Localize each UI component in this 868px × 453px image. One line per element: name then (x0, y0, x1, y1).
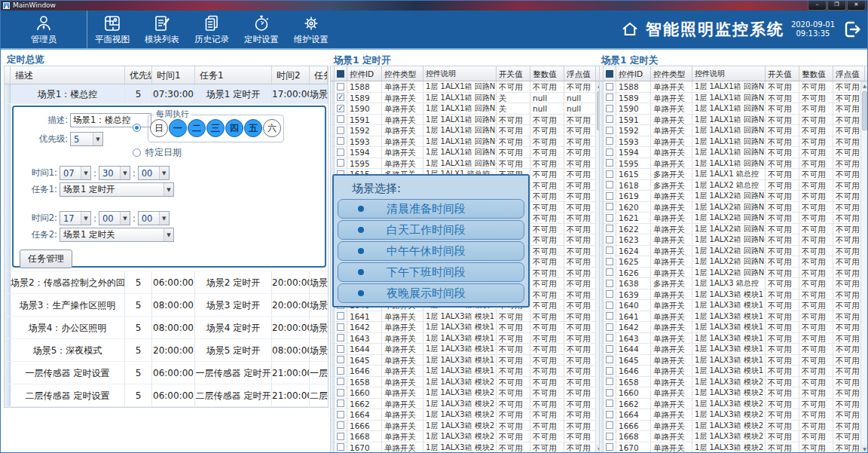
time1-minute-select[interactable]: 30▼ (99, 166, 130, 180)
grid-row[interactable]: 1621 单路开关 1层 1ALX2箱 回路N6 不可用 不可用 不可用 (600, 213, 868, 224)
grid-row[interactable]: 1589 单路开关 1层 1ALX1箱 回路N2 不可用 不可用 不可用 (600, 93, 868, 104)
row-checkbox[interactable] (606, 268, 613, 276)
row-checkbox[interactable] (606, 181, 613, 188)
grid-row[interactable]: 1623 单路开关 1层 1ALX2箱 回路N4 不可用 不可用 不可用 (600, 234, 868, 246)
grid-row[interactable]: 1594 单路开关 1层 1ALX1箱 回路N7 不可用 不可用 不可用 (331, 147, 603, 158)
timer-table-row[interactable]: 场景4：办公区照明 5 08:00:00 场景4 定时开 20:00:00 场景 (5, 317, 328, 339)
minimize-button[interactable]: – (808, 1, 827, 11)
row-checkbox[interactable] (337, 345, 344, 353)
maximize-button[interactable]: ❐ (827, 1, 846, 11)
row-checkbox[interactable] (337, 83, 344, 90)
grid-row[interactable]: 1668 单路开关 1层 1ALX3箱 模块2 回路N14 不可用 不可用 不可… (331, 431, 603, 442)
row-checkbox[interactable] (606, 389, 613, 396)
toolbar-item-history[interactable]: 历史记录 (187, 11, 237, 48)
grid-row[interactable]: 1626 单路开关 1层 1ALX2箱 回路N1 不可用 不可用 不可用 (600, 268, 868, 279)
toolbar-item-module-list[interactable]: 模块列表 (137, 11, 187, 48)
grid-row[interactable]: 1595 单路开关 1层 1ALX1箱 回路N8 不可用 不可用 不可用 (600, 158, 868, 170)
select-all-checkbox[interactable] (337, 70, 344, 78)
toolbar-item-maintenance-settings[interactable]: 维护设置 (286, 11, 336, 48)
grid-row[interactable]: 1644 单路开关 1层 1ALX3箱 模块1 回路N3 不可用 不可用 不可用 (600, 344, 868, 355)
time1-second-select[interactable]: 00▼ (138, 166, 170, 180)
grid-row[interactable]: 1662 单路开关 1层 1ALX3箱 模块2 回路N11 不可用 不可用 不可… (600, 399, 868, 410)
row-checkbox[interactable] (606, 443, 613, 451)
row-checkbox[interactable] (606, 323, 613, 331)
grid-row[interactable]: 1591 单路开关 1层 1ALX1箱 回路N4 不可用 不可用 不可用 (331, 115, 603, 126)
grid-row[interactable]: 1590 单路开关 1层 1ALX1箱 回路N3 关 null null (331, 103, 603, 115)
toolbar-item-timer-settings[interactable]: 定时设置 (237, 11, 286, 48)
scene-option-button[interactable]: 夜晚展示时间段 (338, 283, 524, 303)
scroll-down-arrow[interactable]: ▼ (861, 445, 868, 453)
grid-row[interactable]: 1644 单路开关 1层 1ALX3箱 模块1 回路N3 不可用 不可用 不可用 (331, 344, 603, 355)
grid-row[interactable]: 1664 单路开关 1层 1ALX3箱 模块2 回路N12 不可用 不可用 不可… (331, 409, 603, 421)
row-checkbox[interactable] (606, 203, 613, 210)
weekly-radio[interactable] (133, 124, 141, 132)
row-checkbox[interactable] (337, 127, 344, 134)
row-checkbox[interactable] (606, 137, 613, 145)
grid-row[interactable]: 1658 单路开关 1层 1ALX3箱 模块2 回路N9 不可用 不可用 不可用 (600, 377, 868, 388)
row-checkbox[interactable] (606, 148, 613, 156)
task2-select[interactable]: 场景1 定时关▼ (60, 228, 174, 242)
row-checkbox[interactable] (606, 345, 613, 353)
row-checkbox[interactable] (337, 323, 344, 331)
row-checkbox[interactable] (337, 411, 344, 418)
row-checkbox[interactable] (337, 93, 344, 101)
scene-option-button[interactable]: 白天工作时间段 (338, 220, 524, 240)
row-checkbox[interactable] (606, 399, 613, 407)
row-checkbox[interactable] (606, 334, 613, 341)
row-checkbox[interactable] (606, 280, 613, 287)
grid-row[interactable]: 1645 单路开关 1层 1ALX3箱 模块1 回路N2 不可用 不可用 不可用 (331, 355, 603, 366)
row-checkbox[interactable] (337, 367, 344, 375)
close-button[interactable]: ✕ (847, 1, 866, 11)
toolbar-item-admin[interactable]: 管理员 (1, 11, 87, 48)
timer-table-row[interactable]: 场景5：深夜模式 5 20:00:00 场景5 定时开 08:00:00 场景 (5, 339, 328, 362)
grid-row[interactable]: 1593 单路开关 1层 1ALX1箱 回路N6 不可用 不可用 不可用 (600, 136, 868, 148)
grid-row[interactable]: 1642 单路开关 1层 1ALX3箱 模块1 回路N5 不可用 不可用 不可用 (331, 322, 603, 333)
row-checkbox[interactable] (606, 290, 613, 298)
grid-row[interactable]: 1645 单路开关 1层 1ALX3箱 模块1 回路N2 不可用 不可用 不可用 (600, 355, 868, 366)
grid-row[interactable]: 1618 多路开关 1层 1ALX2 箱总控 不可用 不可用 不可用 (600, 180, 868, 191)
timer-table-row[interactable]: 场景3：生产操作区照明 5 08:00:00 场景3 定时开 20:00:00 … (5, 294, 328, 317)
scroll-thumb[interactable] (862, 91, 867, 130)
grid-row[interactable]: 1625 单路开关 1层 1ALX2箱 回路N2 不可用 不可用 不可用 (600, 256, 868, 268)
window-titlebar[interactable]: ▲ MainWindow – ❐ ✕ (1, 1, 867, 11)
weekday-toggle[interactable]: 一 (169, 119, 187, 137)
select-all-checkbox[interactable] (606, 70, 613, 78)
grid-row[interactable]: 1643 单路开关 1层 1ALX3箱 模块1 回路N4 不可用 不可用 不可用 (331, 333, 603, 344)
row-checkbox[interactable] (337, 399, 344, 407)
weekday-toggle[interactable]: 二 (188, 119, 206, 137)
grid-row[interactable]: 1590 单路开关 1层 1ALX1箱 回路N3 不可用 不可用 不可用 (600, 103, 868, 115)
row-checkbox[interactable] (606, 192, 613, 200)
time2-hour-select[interactable]: 17▼ (60, 211, 91, 225)
weekday-toggle[interactable]: 六 (263, 119, 281, 137)
row-checkbox[interactable] (606, 312, 613, 320)
weekday-toggle[interactable]: 三 (206, 119, 225, 137)
grid-row[interactable]: 1589 单路开关 1层 1ALX1箱 回路N2 关 null null (331, 93, 603, 104)
specific-date-radio[interactable] (133, 148, 141, 157)
weekday-toggle[interactable]: 五 (244, 119, 262, 137)
timer-table-row[interactable]: 一层传感器 定时设置 5 06:00:00 一层传感器 定时开 21:00:00… (5, 362, 328, 384)
row-checkbox[interactable] (337, 159, 344, 167)
grid-row[interactable]: 1624 单路开关 1层 1ALX2箱 回路N3 不可用 不可用 不可用 (600, 246, 868, 257)
row-checkbox[interactable] (606, 127, 613, 134)
grid-row[interactable]: 1641 单路开关 1层 1ALX3箱 模块1 回路N6 不可用 不可用 不可用 (600, 311, 868, 323)
priority-select[interactable]: 5▼ (70, 132, 103, 146)
row-checkbox[interactable] (606, 246, 613, 254)
row-checkbox[interactable] (337, 334, 344, 341)
grid-row[interactable]: 1592 单路开关 1层 1ALX1箱 回路N5 不可用 不可用 不可用 (600, 125, 868, 136)
grid-row[interactable]: 1664 单路开关 1层 1ALX3箱 模块2 回路N12 不可用 不可用 不可… (600, 409, 868, 421)
grid-row[interactable]: 1666 单路开关 1层 1ALX3箱 模块2 回路N13 不可用 不可用 不可… (331, 421, 603, 432)
grid-row[interactable]: 1642 单路开关 1层 1ALX3箱 模块1 回路N5 不可用 不可用 不可用 (600, 322, 868, 333)
grid-row[interactable]: 1592 单路开关 1层 1ALX1箱 回路N5 不可用 不可用 不可用 (331, 125, 603, 136)
grid-row[interactable]: 1619 单路开关 1层 1ALX2箱 回路N8 不可用 不可用 不可用 (600, 191, 868, 202)
row-checkbox[interactable] (337, 312, 344, 320)
grid-row[interactable]: 1670 单路开关 1层 1ALX3箱 模块2 回路N15 不可用 不可用 不可… (331, 442, 603, 453)
grid-row[interactable]: 1646 单路开关 1层 1ALX3箱 模块1 回路N1 不可用 不可用 不可用 (600, 366, 868, 377)
grid-row[interactable]: 1622 单路开关 1层 1ALX2箱 回路N5 不可用 不可用 不可用 (600, 224, 868, 235)
grid-row[interactable]: 1641 单路开关 1层 1ALX3箱 模块1 回路N6 不可用 不可用 不可用 (331, 311, 603, 323)
row-checkbox[interactable] (606, 367, 613, 375)
row-checkbox[interactable] (606, 105, 613, 112)
row-checkbox[interactable] (606, 83, 613, 90)
row-checkbox[interactable] (337, 378, 344, 385)
row-checkbox[interactable] (606, 115, 613, 123)
scene-option-button[interactable]: 清晨准备时间段 (338, 199, 524, 219)
